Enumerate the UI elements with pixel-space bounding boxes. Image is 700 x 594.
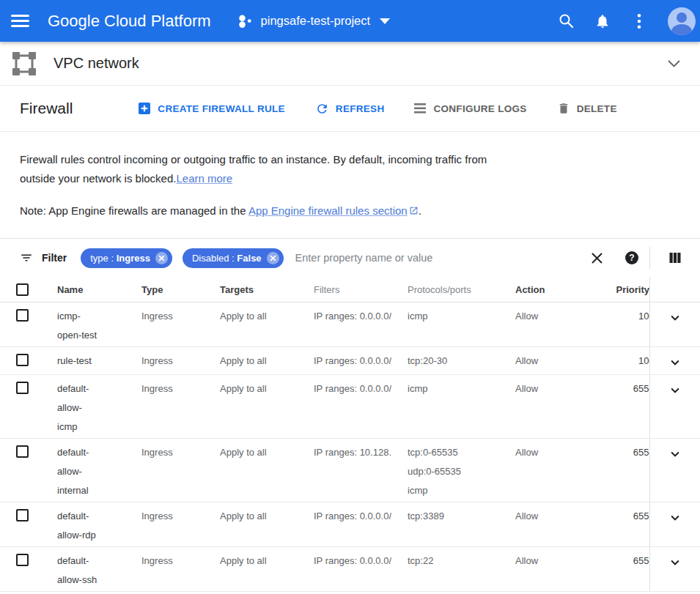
cell-type: Ingress [125, 502, 204, 546]
avatar-person-icon [677, 12, 687, 23]
cell-filters: IP ranges: 0.0.0.0/0 [298, 347, 391, 374]
note-text: Note: App Engine firewalls are managed i… [20, 201, 680, 221]
cell-action: Allow [499, 439, 592, 502]
filter-bar: Filter type : Ingress Disabled : False [0, 238, 700, 277]
cell-name: default-allow-icmp [41, 375, 125, 438]
select-all-checkbox[interactable] [16, 283, 29, 296]
help-icon[interactable]: ? [614, 251, 649, 264]
cell-filters: IP ranges: 0.0.0.0/0 [298, 502, 391, 546]
cell-targets: Apply to all [204, 547, 298, 591]
expand-row-icon[interactable] [667, 310, 683, 326]
expand-row-icon[interactable] [667, 446, 683, 462]
col-name: Name [41, 277, 125, 302]
cell-priority: 65534 [592, 507, 649, 526]
list-icon [414, 103, 427, 114]
col-filters: Filters [298, 277, 391, 302]
cell-protocols: tcp:22 [391, 547, 499, 591]
table-header: Name Type Targets Filters Protocols/port… [0, 277, 700, 302]
row-checkbox[interactable] [16, 309, 29, 322]
overflow-icon[interactable] [621, 4, 657, 39]
cell-targets: Apply to all [204, 302, 298, 346]
cell-type: Ingress [125, 547, 204, 591]
service-header: VPC network [0, 42, 700, 86]
cell-protocols: icmp [391, 375, 499, 438]
filter-list-icon [20, 251, 33, 264]
row-checkbox[interactable] [16, 445, 29, 458]
cell-type: Ingress [125, 439, 204, 502]
cell-priority: 65534 [592, 552, 649, 571]
description-text: Firewall rules control incoming or outgo… [20, 150, 489, 188]
filter-chip-type[interactable]: type : Ingress [81, 248, 172, 268]
search-icon[interactable] [548, 4, 584, 39]
create-firewall-rule-button[interactable]: CREATE FIREWALL RULE [138, 102, 285, 115]
page-title: VPC network [54, 55, 139, 72]
delete-button[interactable]: DELETE [557, 102, 617, 115]
delete-icon [557, 102, 570, 115]
remove-chip-icon[interactable] [267, 252, 279, 264]
firewall-table: Name Type Targets Filters Protocols/port… [0, 277, 700, 592]
table-row: icmp-open-test Ingress Apply to all IP r… [0, 302, 700, 347]
cell-name: default-allow-rdp [41, 502, 125, 546]
configure-logs-button[interactable]: CONFIGURE LOGS [414, 103, 526, 114]
expand-row-icon[interactable] [667, 554, 683, 571]
column-display-icon[interactable] [650, 251, 700, 264]
cell-action: Allow [499, 302, 592, 346]
cell-protocols: tcp:3389 [391, 502, 499, 546]
cell-action: Allow [499, 547, 592, 591]
clear-filters-icon[interactable] [579, 252, 614, 264]
expand-row-icon[interactable] [667, 382, 683, 398]
col-priority: Priority [592, 284, 649, 295]
chevron-down-icon[interactable] [668, 60, 680, 67]
cell-targets: Apply to all [204, 502, 298, 546]
cell-priority: 65534 [592, 443, 649, 462]
cell-targets: Apply to all [204, 347, 298, 374]
project-selector[interactable]: pingsafe-test-project [238, 14, 391, 29]
refresh-button[interactable]: REFRESH [315, 102, 385, 116]
cell-action: Allow [499, 502, 592, 546]
cell-name: default-allow-internal [41, 439, 125, 502]
col-targets: Targets [204, 277, 298, 302]
table-row: default-allow-rdp Ingress Apply to all I… [0, 502, 700, 547]
expand-row-icon[interactable] [667, 354, 683, 371]
remove-chip-icon[interactable] [155, 252, 168, 264]
row-checkbox[interactable] [16, 354, 29, 366]
open-in-new-icon [409, 202, 419, 221]
refresh-icon [315, 102, 329, 116]
filter-label: Filter [42, 252, 67, 264]
col-type: Type [125, 277, 204, 302]
notifications-icon[interactable] [584, 4, 621, 39]
row-checkbox[interactable] [16, 554, 29, 566]
cell-protocols: tcp:20-30 [391, 347, 499, 374]
add-box-icon [138, 102, 151, 115]
cell-targets: Apply to all [204, 439, 298, 502]
app-bar: Google Cloud Platform pingsafe-test-proj… [0, 0, 700, 42]
table-row: default-allow-internal Ingress Apply to … [0, 439, 700, 502]
expand-row-icon[interactable] [667, 510, 683, 526]
caret-down-icon [380, 18, 390, 24]
filter-chip-disabled[interactable]: Disabled : False [183, 248, 284, 268]
vpc-network-icon [10, 50, 38, 78]
cell-targets: Apply to all [204, 375, 298, 438]
cell-name: icmp-open-test [41, 302, 125, 346]
learn-more-link[interactable]: Learn more [176, 172, 232, 185]
cell-protocols: icmp [391, 302, 499, 346]
app-engine-firewall-link[interactable]: App Engine firewall rules section [248, 204, 419, 217]
cell-name: default-allow-ssh [41, 547, 125, 591]
cell-filters: IP ranges: 0.0.0.0/0 [298, 547, 391, 591]
menu-icon[interactable] [0, 12, 40, 29]
table-row: default-allow-icmp Ingress Apply to all … [0, 375, 700, 439]
row-checkbox[interactable] [16, 382, 29, 394]
firewall-toolbar: Firewall CREATE FIREWALL RULE REFRESH [0, 86, 700, 132]
cell-protocols: tcp:0-65535 udp:0-65535 icmp [391, 439, 499, 502]
cell-priority: 1000 [592, 307, 649, 326]
cell-filters: IP ranges: 10.128.0.0/9 [298, 439, 391, 502]
avatar[interactable] [668, 7, 696, 35]
filter-input[interactable] [285, 251, 579, 264]
row-checkbox[interactable] [16, 509, 29, 521]
section-title: Firewall [20, 100, 73, 117]
project-icon [238, 14, 253, 29]
col-expand [649, 277, 700, 302]
table-row: rule-test Ingress Apply to all IP ranges… [0, 347, 700, 375]
cell-type: Ingress [125, 375, 204, 438]
project-name: pingsafe-test-project [261, 14, 371, 28]
